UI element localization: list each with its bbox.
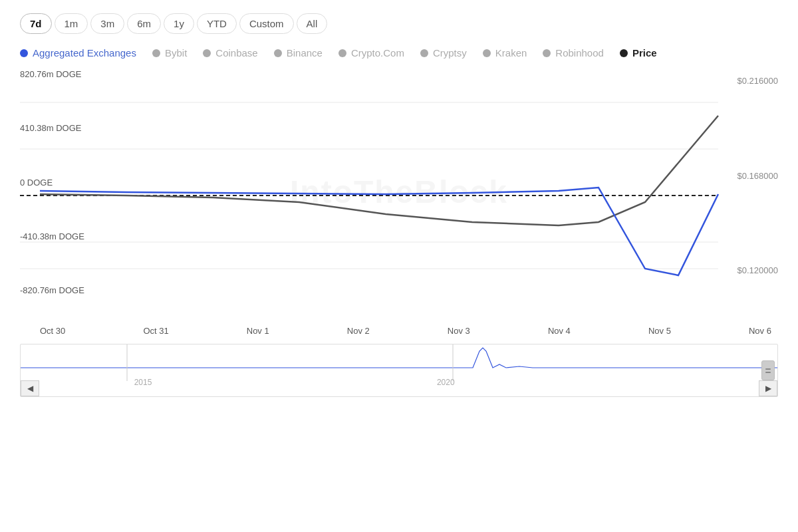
x-label-nov2: Nov 2 [347,326,370,336]
mini-year-2015: 2015 [134,378,152,387]
legend-coinbase[interactable]: Coinbase [203,47,257,59]
legend-label-cryptocom: Crypto.Com [351,47,404,59]
legend-dot-bybit [152,49,160,57]
mini-handle-lines [765,368,771,373]
y-label-right-1: $0.168000 [718,171,778,181]
time-btn-1m[interactable]: 1m [55,13,88,34]
chart-svg [20,69,778,295]
mini-handle-line-1 [765,368,771,370]
legend-label-price: Price [632,47,657,59]
legend-bybit[interactable]: Bybit [152,47,187,59]
x-label-nov6: Nov 6 [749,326,771,336]
legend-kraken[interactable]: Kraken [483,47,527,59]
price-line [40,116,718,225]
legend-dot-robinhood [543,49,551,57]
y-label-4: -820.76m DOGE [20,285,126,295]
legend-dot-kraken [483,49,491,57]
mini-year-2020: 2020 [437,378,455,387]
chart-legend: Aggregated Exchanges Bybit Coinbase Bina… [20,47,778,59]
time-btn-custom[interactable]: Custom [239,13,294,34]
mini-line [21,348,777,368]
legend-label-robinhood: Robinhood [555,47,604,59]
y-label-1: 410.38m DOGE [20,123,126,133]
legend-dot-price [620,49,628,57]
legend-label-bybit: Bybit [165,47,187,59]
mini-chart-handle[interactable] [761,360,775,380]
time-btn-6m[interactable]: 6m [127,13,161,34]
legend-dot-aggregated [20,49,28,57]
y-label-2: 0 DOGE [20,178,126,188]
legend-aggregated[interactable]: Aggregated Exchanges [20,47,136,59]
legend-label-binance: Binance [287,47,323,59]
y-axis-left: 820.76m DOGE 410.38m DOGE 0 DOGE -410.38… [20,69,126,322]
x-label-nov5: Nov 5 [648,326,671,336]
legend-dot-coinbase [203,49,211,57]
legend-dot-cryptsy [420,49,428,57]
time-btn-1y[interactable]: 1y [164,13,194,34]
aggregated-line [40,188,718,275]
legend-label-aggregated: Aggregated Exchanges [33,47,136,59]
time-btn-7d[interactable]: 7d [20,13,52,34]
x-label-nov3: Nov 3 [448,326,470,336]
x-label-nov4: Nov 4 [548,326,571,336]
legend-dot-cryptocom [338,49,346,57]
nav-right-button[interactable]: ▶ [759,380,777,396]
time-btn-3m[interactable]: 3m [90,13,124,34]
time-btn-all[interactable]: All [297,13,328,34]
x-label-oct31: Oct 31 [143,326,168,336]
y-axis-right: $0.216000 $0.168000 $0.120000 [718,69,778,295]
time-btn-ytd[interactable]: YTD [197,13,237,34]
legend-cryptsy[interactable]: Cryptsy [420,47,467,59]
y-label-3: -410.38m DOGE [20,231,126,241]
legend-robinhood[interactable]: Robinhood [543,47,604,59]
legend-price[interactable]: Price [620,47,657,59]
x-label-nov1: Nov 1 [247,326,269,336]
mini-handle-line-2 [765,372,771,373]
legend-label-coinbase: Coinbase [215,47,257,59]
mini-chart-svg [21,344,777,381]
chart-area: IntoTheBlock 820.76m DOGE 410.38m DO [20,69,778,397]
nav-left-button[interactable]: ◀ [21,380,39,396]
mini-chart: 2015 2020 ◀ ▶ [20,344,778,397]
y-label-0: 820.76m DOGE [20,69,126,79]
legend-cryptocom[interactable]: Crypto.Com [338,47,404,59]
y-label-right-0: $0.216000 [718,76,778,86]
y-label-right-2: $0.120000 [718,265,778,275]
legend-binance[interactable]: Binance [274,47,323,59]
x-axis: Oct 30 Oct 31 Nov 1 Nov 2 Nov 3 Nov 4 No… [20,322,778,336]
legend-label-kraken: Kraken [495,47,527,59]
time-range-selector: 7d 1m 3m 6m 1y YTD Custom All [20,13,778,34]
main-chart: IntoTheBlock 820.76m DOGE 410.38m DO [20,69,778,322]
legend-label-cryptsy: Cryptsy [433,47,467,59]
x-label-oct30: Oct 30 [40,326,65,336]
legend-dot-binance [274,49,282,57]
